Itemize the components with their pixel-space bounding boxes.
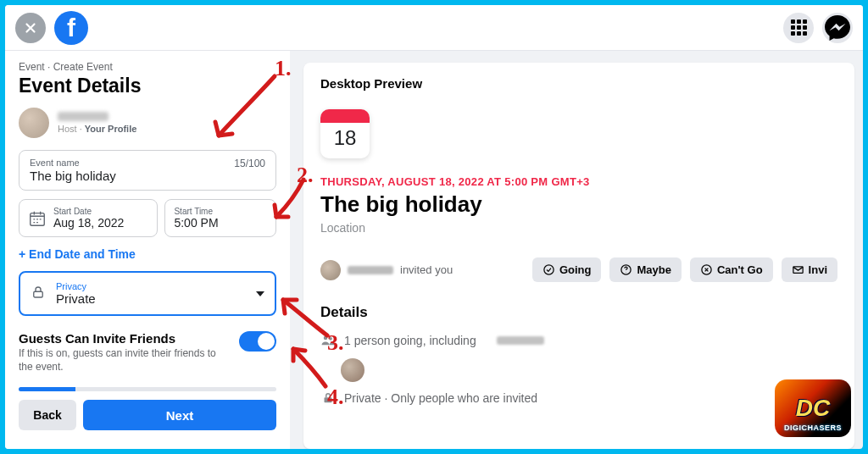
close-icon bbox=[23, 20, 38, 36]
question-circle-icon bbox=[620, 263, 632, 276]
svg-point-6 bbox=[324, 336, 328, 340]
host-name-blurred bbox=[58, 112, 108, 121]
attendee-avatar bbox=[341, 358, 364, 382]
lock-icon bbox=[31, 285, 46, 303]
close-button[interactable] bbox=[15, 13, 46, 43]
guests-invite-title: Guests Can Invite Friends bbox=[19, 331, 231, 346]
mail-icon bbox=[792, 263, 804, 276]
chevron-down-icon bbox=[256, 291, 264, 296]
rsvp-maybe-button[interactable]: Maybe bbox=[609, 257, 681, 282]
rsvp-invite-button[interactable]: Invi bbox=[782, 257, 837, 282]
breadcrumb: Event · Create Event bbox=[19, 61, 276, 73]
svg-point-2 bbox=[544, 265, 554, 274]
next-button[interactable]: Next bbox=[83, 400, 276, 430]
check-circle-icon bbox=[542, 263, 555, 276]
calendar-badge: 18 bbox=[320, 109, 370, 158]
inviter-name-blurred bbox=[348, 266, 393, 274]
messenger-icon bbox=[822, 13, 853, 43]
rsvp-cantgo-button[interactable]: Can't Go bbox=[690, 257, 773, 282]
progress-bar bbox=[19, 387, 276, 391]
facebook-logo[interactable]: f bbox=[54, 11, 88, 45]
event-preview-title: The big holiday bbox=[320, 191, 837, 218]
detail-privacy-row: Private · Only people who are invited bbox=[320, 390, 837, 406]
people-icon bbox=[320, 333, 336, 348]
add-end-date-link[interactable]: + End Date and Time bbox=[19, 247, 276, 261]
watermark-logo: DC DIGICHASERS bbox=[775, 379, 851, 437]
guests-invite-desc: If this is on, guests can invite their f… bbox=[19, 347, 231, 374]
preview-card: Desktop Preview 18 THURSDAY, AUGUST 18, … bbox=[303, 63, 854, 449]
x-circle-icon bbox=[700, 263, 713, 276]
host-avatar bbox=[19, 108, 49, 138]
detail-going-row: 1 person going, including bbox=[320, 333, 837, 348]
details-title: Details bbox=[320, 304, 837, 321]
event-name-count: 15/100 bbox=[234, 158, 265, 169]
privacy-select[interactable]: PrivacyPrivate bbox=[19, 271, 276, 316]
top-bar: f bbox=[5, 5, 863, 51]
inviter-avatar bbox=[320, 260, 341, 280]
preview-label: Desktop Preview bbox=[320, 76, 837, 91]
host-row: Host · Your Profile bbox=[19, 108, 276, 138]
start-time-field[interactable]: Start Time5:00 PM bbox=[164, 199, 276, 237]
svg-point-7 bbox=[329, 337, 332, 340]
apps-grid-icon bbox=[791, 19, 807, 36]
event-name-value: The big holiday bbox=[30, 169, 265, 183]
lock-icon bbox=[320, 390, 336, 406]
event-date-line: THURSDAY, AUGUST 18, 2022 AT 5:00 PM GMT… bbox=[320, 175, 837, 188]
page-title: Event Details bbox=[19, 75, 276, 97]
svg-rect-1 bbox=[34, 291, 43, 297]
event-name-field[interactable]: Event name The big holiday 15/100 bbox=[19, 150, 276, 191]
event-form-sidebar: Event · Create Event Event Details Host … bbox=[5, 51, 290, 449]
guests-invite-row: Guests Can Invite Friends If this is on,… bbox=[19, 331, 276, 374]
svg-rect-8 bbox=[325, 397, 332, 402]
host-subtitle: Host · Your Profile bbox=[58, 124, 136, 134]
inviter-row: invited you bbox=[320, 260, 453, 280]
start-date-field[interactable]: Start DateAug 18, 2022 bbox=[19, 199, 158, 237]
rsvp-going-button[interactable]: Going bbox=[532, 257, 602, 282]
messenger-button[interactable] bbox=[822, 13, 853, 43]
event-location: Location bbox=[320, 221, 837, 235]
apps-menu-button[interactable] bbox=[783, 13, 814, 43]
event-name-label: Event name bbox=[30, 158, 265, 168]
guests-invite-toggle[interactable] bbox=[239, 331, 276, 352]
back-button[interactable]: Back bbox=[19, 400, 76, 430]
calendar-icon bbox=[28, 209, 47, 228]
